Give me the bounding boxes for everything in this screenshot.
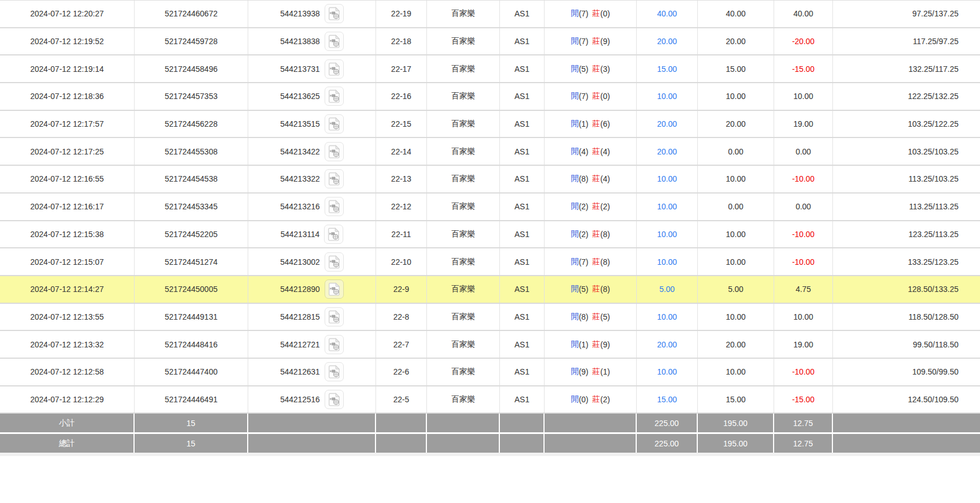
video-replay-button[interactable]	[325, 59, 344, 79]
game-type: 百家樂	[427, 248, 500, 275]
video-replay-icon	[328, 310, 340, 324]
banker-result-score: (9)	[601, 37, 610, 46]
summary-valid-total: 195.00	[698, 434, 774, 453]
round-cell: 544213938	[248, 1, 376, 27]
bet-amount-link[interactable]: 10.00	[637, 304, 698, 330]
bet-time: 2024-07-12 12:19:14	[0, 55, 135, 82]
video-replay-button[interactable]	[325, 87, 344, 106]
bet-amount-link[interactable]: 20.00	[637, 138, 698, 165]
round-cell: 544213114	[248, 221, 376, 248]
bet-id: 521724458496	[135, 55, 248, 82]
video-replay-button[interactable]	[325, 280, 344, 299]
video-replay-button[interactable]	[325, 362, 344, 381]
valid-bet: 20.00	[698, 111, 774, 137]
banker-result-score: (5)	[601, 312, 610, 321]
banker-result-label: 莊	[593, 312, 601, 322]
bet-amount-link[interactable]: 10.00	[637, 166, 698, 192]
bet-id: 521724452205	[135, 221, 248, 248]
table-row: 2024-07-12 12:14:27 521724450005 5442128…	[0, 276, 980, 304]
balance-before-after: 124.50/109.50	[833, 386, 980, 413]
video-replay-button[interactable]	[325, 307, 344, 326]
summary-row: 小計 15 225.00 195.00 12.75	[0, 414, 980, 432]
video-replay-button[interactable]	[325, 252, 344, 272]
video-replay-button[interactable]	[325, 4, 344, 23]
valid-bet: 20.00	[698, 28, 774, 55]
bet-id: 521724450005	[135, 276, 248, 303]
summary-win-loss-total: 12.75	[774, 434, 833, 453]
player-result-score: (7)	[578, 92, 588, 101]
shoe-round: 22-17	[376, 55, 427, 82]
round-cell: 544213731	[248, 55, 376, 82]
balance-before-after: 122.25/132.25	[833, 83, 980, 110]
bet-amount-link[interactable]: 15.00	[637, 386, 698, 413]
video-replay-button[interactable]	[324, 225, 343, 244]
video-replay-button[interactable]	[325, 114, 344, 134]
round-id: 544213838	[280, 37, 320, 46]
table-row: 2024-07-12 12:13:55 521724449131 5442128…	[0, 304, 980, 332]
game-type: 百家樂	[427, 221, 500, 248]
bet-amount-link[interactable]: 10.00	[637, 221, 698, 248]
win-loss: -20.00	[774, 28, 833, 55]
round-cell: 544213515	[248, 111, 376, 137]
summary-empty-cell	[248, 414, 376, 432]
bet-time: 2024-07-12 12:17:25	[0, 138, 135, 165]
balance-before-after: 97.25/137.25	[833, 1, 980, 27]
summary-bet-total: 225.00	[637, 434, 698, 453]
shoe-round: 22-7	[376, 331, 427, 358]
game-result: 閒 (7) 莊 (0)	[545, 1, 637, 27]
video-replay-icon	[328, 172, 340, 186]
bet-amount-link[interactable]: 10.00	[637, 248, 698, 275]
bet-id: 521724453345	[135, 194, 248, 220]
video-replay-icon	[328, 145, 340, 158]
banker-result-score: (4)	[601, 174, 610, 183]
video-replay-button[interactable]	[325, 32, 344, 51]
banker-result-score: (2)	[601, 395, 610, 404]
player-result-score: (2)	[578, 230, 588, 239]
bet-time: 2024-07-12 12:12:58	[0, 359, 135, 385]
game-result: 閒 (8) 莊 (4)	[545, 166, 637, 192]
video-replay-button[interactable]	[325, 335, 344, 354]
bet-amount-link[interactable]: 10.00	[637, 194, 698, 220]
video-replay-button[interactable]	[325, 142, 344, 161]
bet-amount-link[interactable]: 5.00	[637, 276, 698, 303]
round-cell: 544212516	[248, 386, 376, 413]
summary-empty-cell	[545, 434, 637, 453]
bet-amount-link[interactable]: 10.00	[637, 359, 698, 385]
valid-bet: 5.00	[698, 276, 774, 303]
summary-empty-cell	[427, 414, 500, 432]
bet-id: 521724451274	[135, 248, 248, 275]
balance-before-after: 109.50/99.50	[833, 359, 980, 385]
summary-valid-total: 195.00	[698, 414, 774, 432]
table-footer: 小計 15 225.00 195.00 12.75 總計 15 225.00 1…	[0, 414, 980, 453]
table-code: AS1	[500, 194, 545, 220]
bet-amount-link[interactable]: 20.00	[637, 331, 698, 358]
player-result-score: (2)	[578, 202, 588, 211]
round-id: 544213422	[280, 147, 320, 156]
bet-amount-link[interactable]: 20.00	[637, 28, 698, 55]
player-result-score: (7)	[578, 257, 588, 266]
video-replay-icon	[328, 35, 340, 48]
player-result-score: (1)	[578, 340, 588, 349]
bet-amount-link[interactable]: 10.00	[637, 83, 698, 110]
win-loss: -10.00	[774, 248, 833, 275]
bet-id: 521724456228	[135, 111, 248, 137]
balance-before-after: 99.50/118.50	[833, 331, 980, 358]
bet-amount-link[interactable]: 20.00	[637, 111, 698, 137]
bet-id: 521724457353	[135, 83, 248, 110]
bet-amount-link[interactable]: 40.00	[637, 1, 698, 27]
banker-result-score: (1)	[601, 367, 610, 376]
player-result-label: 閒	[571, 339, 578, 350]
player-result-label: 閒	[571, 312, 578, 322]
bet-history-screen: 2024-07-12 12:20:27 521724460672 5442139…	[0, 0, 980, 503]
video-replay-button[interactable]	[325, 197, 344, 216]
win-loss: 0.00	[774, 138, 833, 165]
video-replay-icon	[328, 282, 340, 296]
banker-result-score: (8)	[601, 285, 610, 294]
video-replay-button[interactable]	[325, 169, 344, 188]
banker-result-label: 莊	[593, 257, 601, 267]
bet-amount-link[interactable]: 15.00	[637, 55, 698, 82]
table-row: 2024-07-12 12:19:52 521724459728 5442138…	[0, 28, 980, 56]
video-replay-button[interactable]	[325, 390, 344, 409]
round-id: 544213322	[280, 174, 320, 183]
win-loss: -15.00	[774, 55, 833, 82]
